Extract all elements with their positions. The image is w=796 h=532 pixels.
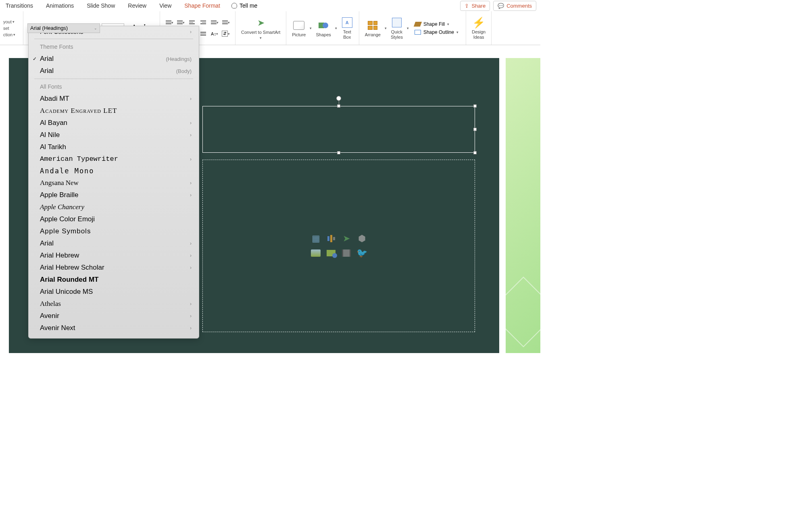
chevron-right-icon: › bbox=[190, 192, 192, 198]
columns-icon bbox=[222, 21, 228, 24]
font-dropdown-menu: Font Collections › Theme Fonts ✓ Arial (… bbox=[28, 26, 199, 339]
content-insert-icons: ▦ ➤ ⬢ 🐦 bbox=[309, 233, 368, 259]
align-text-button[interactable]: ⇵▾ bbox=[221, 29, 231, 38]
shape-fill-button[interactable]: Shape Fill ▾ bbox=[415, 21, 458, 27]
chevron-right-icon: › bbox=[190, 265, 192, 270]
resize-handle-e[interactable] bbox=[473, 128, 477, 131]
resize-handle-n[interactable] bbox=[337, 104, 340, 108]
ribbon-tabs: Transitions Animations Slide Show Review… bbox=[0, 0, 540, 11]
shapes-dropdown[interactable]: ▾ bbox=[335, 26, 337, 30]
font-option[interactable]: Athelas› bbox=[29, 298, 199, 310]
all-fonts-header: All Fonts bbox=[29, 81, 199, 93]
separator bbox=[34, 39, 193, 39]
theme-font-body[interactable]: Arial (Body) bbox=[29, 65, 199, 77]
font-option[interactable]: Avenir› bbox=[29, 310, 199, 322]
content-placeholder[interactable]: ▦ ➤ ⬢ 🐦 bbox=[202, 160, 475, 332]
arrange-dropdown[interactable]: ▾ bbox=[385, 26, 387, 30]
insert-video-icon[interactable] bbox=[340, 247, 353, 259]
justify-icon bbox=[200, 32, 206, 35]
numbering-icon bbox=[177, 21, 183, 24]
picture-button[interactable]: Picture bbox=[290, 19, 308, 38]
tab-animations[interactable]: Animations bbox=[44, 2, 75, 10]
font-option[interactable]: Abadi MT› bbox=[29, 93, 199, 105]
font-option[interactable]: Andale Mono bbox=[29, 165, 199, 177]
shape-fill-icon bbox=[414, 22, 422, 27]
tab-shape-format[interactable]: Shape Format bbox=[183, 2, 222, 10]
convert-smartart-button[interactable]: ➤ Convert to SmartArt bbox=[239, 16, 283, 35]
smartart-icon: ➤ bbox=[255, 17, 267, 29]
font-option[interactable]: American Typewriter› bbox=[29, 153, 199, 165]
shapes-button[interactable]: Shapes bbox=[313, 19, 333, 38]
tab-view[interactable]: View bbox=[158, 2, 173, 10]
font-option[interactable]: Arial Hebrew› bbox=[29, 249, 199, 262]
font-option[interactable]: Arial Rounded MT bbox=[29, 274, 199, 286]
resize-handle-ne[interactable] bbox=[473, 104, 477, 108]
font-option[interactable]: Angsana New› bbox=[29, 177, 199, 189]
chevron-right-icon: › bbox=[190, 120, 192, 126]
shapes-icon bbox=[317, 19, 329, 31]
comment-icon: 💬 bbox=[498, 3, 504, 9]
tab-transitions[interactable]: Transitions bbox=[4, 2, 35, 10]
font-option[interactable]: Al Nile› bbox=[29, 129, 199, 141]
rotation-handle[interactable] bbox=[336, 96, 341, 101]
arrange-icon bbox=[368, 21, 377, 30]
tell-me-search[interactable]: Tell me bbox=[231, 2, 257, 9]
layout-dropdown[interactable]: yout▾ bbox=[3, 19, 20, 25]
share-button[interactable]: ⇪ Share bbox=[460, 1, 490, 11]
justify-button[interactable] bbox=[198, 29, 208, 38]
design-ideas-button[interactable]: ⚡ DesignIdeas bbox=[469, 16, 488, 40]
font-option[interactable]: Avenir Next› bbox=[29, 322, 199, 334]
align-text-icon: ⇵ bbox=[222, 31, 228, 37]
font-option[interactable]: Arial Hebrew Scholar› bbox=[29, 262, 199, 274]
font-option[interactable]: Arial Unicode MS bbox=[29, 286, 199, 298]
resize-handle-s[interactable] bbox=[337, 151, 340, 154]
reset-button[interactable]: set bbox=[3, 25, 20, 31]
font-option[interactable]: Apple Symbols bbox=[29, 225, 199, 237]
shape-outline-button[interactable]: Shape Outline ▾ bbox=[415, 29, 458, 35]
arrange-button[interactable]: Arrange bbox=[363, 19, 383, 38]
indent-icon bbox=[200, 21, 206, 24]
text-direction-button[interactable]: A↕▾ bbox=[209, 29, 220, 38]
columns-button[interactable]: ▾ bbox=[221, 18, 231, 27]
textbox-button[interactable]: A TextBox bbox=[339, 16, 356, 40]
font-option[interactable]: Apple Braille› bbox=[29, 189, 199, 201]
insert-online-picture-icon[interactable] bbox=[325, 247, 338, 259]
chevron-right-icon: › bbox=[190, 325, 192, 331]
share-icon: ⇪ bbox=[465, 3, 469, 9]
chevron-right-icon: › bbox=[190, 241, 192, 246]
theme-font-headings[interactable]: ✓ Arial (Headings) bbox=[29, 53, 199, 65]
insert-3d-icon[interactable]: ⬢ bbox=[355, 233, 368, 245]
comments-button[interactable]: 💬 Comments bbox=[493, 1, 536, 11]
font-current-value: Arial (Headings) bbox=[30, 25, 68, 31]
insert-picture-icon[interactable] bbox=[309, 247, 322, 259]
insert-smartart-icon[interactable]: ➤ bbox=[340, 233, 353, 245]
font-option[interactable]: Al Bayan› bbox=[29, 117, 199, 129]
quick-styles-icon bbox=[392, 18, 402, 27]
increase-indent-button[interactable] bbox=[198, 18, 208, 27]
line-spacing-button[interactable]: ▾ bbox=[209, 18, 220, 27]
tab-review[interactable]: Review bbox=[126, 2, 148, 10]
font-family-select[interactable]: Arial (Headings) ⌄ bbox=[27, 23, 100, 33]
section-dropdown[interactable]: ction▾ bbox=[3, 31, 20, 38]
title-placeholder[interactable] bbox=[202, 106, 475, 153]
shape-outline-icon bbox=[415, 30, 421, 35]
resize-handle-se[interactable] bbox=[473, 151, 477, 154]
chevron-right-icon: › bbox=[190, 253, 192, 258]
textbox-icon: A bbox=[342, 17, 352, 28]
font-option[interactable]: Apple Chancery bbox=[29, 201, 199, 213]
insert-chart-icon[interactable] bbox=[325, 233, 338, 245]
chevron-down-icon: ⌄ bbox=[94, 26, 97, 30]
picture-dropdown[interactable]: ▾ bbox=[310, 26, 312, 30]
font-option[interactable]: Al Tarikh bbox=[29, 141, 199, 153]
font-option[interactable]: Academy Engraved LET bbox=[29, 105, 199, 117]
font-option[interactable]: Apple Color Emoji bbox=[29, 213, 199, 225]
font-option[interactable]: Arial› bbox=[29, 237, 199, 249]
insert-table-icon[interactable]: ▦ bbox=[309, 233, 322, 245]
tab-slideshow[interactable]: Slide Show bbox=[85, 2, 117, 10]
quick-styles-button[interactable]: QuickStyles bbox=[388, 16, 405, 40]
insert-icon-icon[interactable]: 🐦 bbox=[355, 247, 368, 259]
chevron-right-icon: › bbox=[190, 313, 192, 319]
tell-me-label: Tell me bbox=[240, 2, 257, 9]
bullets-icon bbox=[166, 21, 171, 24]
quick-styles-dropdown[interactable]: ▾ bbox=[407, 26, 409, 30]
